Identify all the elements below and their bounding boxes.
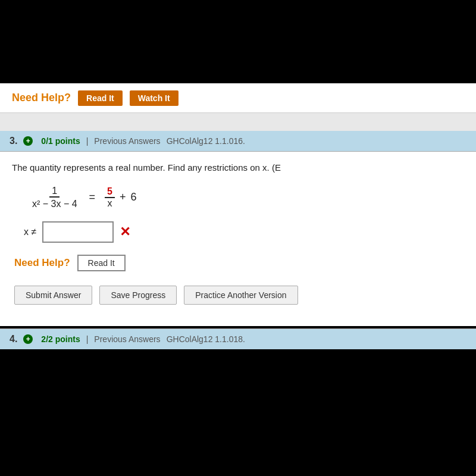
answer-row: x ≠ ✕ [24, 221, 464, 243]
rhs-numerator: 5 [105, 186, 115, 198]
action-buttons: Submit Answer Save Progress Practice Ano… [14, 286, 464, 305]
question3-separator: | [86, 136, 89, 146]
rhs-six: 6 [131, 191, 137, 203]
rhs-denominator: x [105, 198, 115, 209]
practice-another-version-button[interactable]: Practice Another Version [184, 286, 298, 305]
save-progress-button[interactable]: Save Progress [99, 286, 177, 305]
question4-header: 4. + 2/2 points | Previous Answers GHCol… [0, 328, 476, 349]
answer-input[interactable] [42, 221, 114, 243]
need-help-label: Need Help? [14, 257, 70, 269]
math-expression: 1 x² − 3x − 4 = 5 x + 6 [30, 186, 464, 209]
lhs-fraction: 1 x² − 3x − 4 [30, 186, 80, 209]
lhs-denominator: x² − 3x − 4 [30, 199, 80, 209]
plus-icon: + [23, 136, 33, 146]
wrong-mark: ✕ [120, 224, 130, 240]
need-help-section: Need Help? Read It [14, 255, 464, 271]
question3-header: 3. + 0/1 points | Previous Answers GHCol… [0, 131, 476, 152]
need-help-label-top: Need Help? [12, 92, 71, 104]
rhs-plus: + [120, 191, 126, 203]
question4-prev-answers: Previous Answers [94, 334, 160, 344]
lhs-numerator: 1 [49, 186, 60, 198]
question3-points: 0/1 points [41, 136, 80, 146]
question3-text: The quantity represents a real number. F… [12, 161, 464, 175]
rhs-expression: 5 x + 6 [105, 186, 136, 209]
watch-it-button-top[interactable]: Watch It [130, 90, 178, 106]
question3-body: The quantity represents a real number. F… [0, 152, 476, 326]
question4-points: 2/2 points [41, 334, 80, 344]
question4-problem-id: GHColAlg12 1.1.018. [167, 334, 245, 344]
question4-number: 4. [10, 334, 17, 345]
gap-section [0, 113, 476, 131]
read-it-button-top[interactable]: Read It [78, 90, 123, 106]
question3-number: 3. [10, 136, 17, 146]
plus-icon-q4: + [23, 334, 33, 344]
rhs-fraction: 5 x [105, 186, 115, 209]
question4-separator: | [86, 334, 89, 344]
question3-problem-id: GHColAlg12 1.1.016. [167, 136, 245, 146]
submit-answer-button[interactable]: Submit Answer [14, 286, 92, 305]
question3-prev-answers: Previous Answers [94, 136, 160, 146]
equals-sign: = [89, 191, 96, 203]
x-not-equal-label: x ≠ [24, 227, 36, 237]
read-it-button[interactable]: Read It [77, 255, 126, 271]
